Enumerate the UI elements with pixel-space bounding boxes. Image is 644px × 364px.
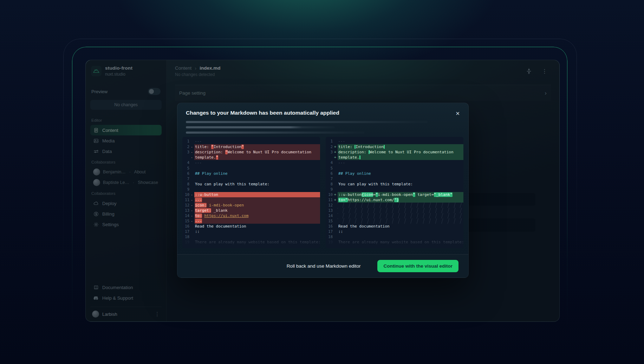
diff-marker bbox=[189, 187, 194, 192]
diff-token: :: bbox=[195, 229, 200, 234]
kebab-menu-icon[interactable]: ⋮ bbox=[542, 68, 547, 75]
diff-code-line: description: "Welcome to Nuxt UI Pro doc… bbox=[194, 149, 320, 155]
diff-row: 9 bbox=[182, 187, 320, 192]
modal-footer: Roll back and use Markdown editor Contin… bbox=[177, 254, 468, 277]
preview-toggle[interactable] bbox=[148, 88, 161, 95]
breadcrumb-section[interactable]: Content bbox=[175, 65, 191, 71]
page-setting-row[interactable]: Page setting › bbox=[175, 85, 551, 101]
diff-marker bbox=[189, 176, 194, 181]
diff-marker bbox=[189, 160, 194, 166]
project-switcher[interactable]: studio-front nuxt.studio bbox=[91, 65, 161, 77]
diff-token: description: bbox=[195, 150, 225, 154]
line-number: 15 bbox=[326, 218, 333, 224]
line-number: 9 bbox=[326, 187, 333, 192]
line-number: 5 bbox=[326, 166, 333, 171]
diff-token: target: bbox=[195, 208, 211, 213]
gear-icon bbox=[93, 222, 99, 228]
diff-code-line bbox=[338, 187, 463, 192]
diff-marker: - bbox=[189, 155, 194, 160]
diff-marker: + bbox=[333, 197, 338, 203]
diff-row: 9 bbox=[326, 187, 463, 192]
line-number: 18 bbox=[182, 234, 189, 240]
diff-token: ::u-button bbox=[338, 192, 362, 197]
line-number: 4 bbox=[326, 160, 333, 166]
commit-icon[interactable] bbox=[526, 68, 532, 75]
diff-code-line bbox=[338, 203, 463, 208]
line-number: 4 bbox=[182, 160, 189, 166]
diff-code-line: to: https://ui.nuxt.com bbox=[194, 213, 320, 218]
sidebar-item-label: Billing bbox=[102, 211, 115, 217]
sidebar-item-media[interactable]: Media bbox=[90, 135, 162, 146]
diff-row: 5 bbox=[182, 166, 320, 171]
user-avatar bbox=[92, 311, 99, 318]
no-changes-button[interactable]: No changes bbox=[90, 100, 162, 110]
diff-code-line: You can play with this template: bbox=[338, 181, 463, 187]
diff-marker: + bbox=[333, 149, 338, 155]
avatar bbox=[93, 168, 100, 175]
kebab-menu-icon[interactable]: ⋮ bbox=[155, 311, 160, 317]
toggle-knob bbox=[149, 89, 154, 94]
line-number: 19 bbox=[326, 240, 333, 245]
diff-token: ## Play online bbox=[195, 171, 228, 176]
line-number: 3 bbox=[326, 149, 333, 155]
diff-code-line: target: _blank bbox=[194, 208, 320, 213]
sidebar-item-documentation[interactable]: Documentation bbox=[90, 282, 162, 293]
diff-row: 16Read the documentation bbox=[182, 224, 320, 229]
diff-code-line: icon: i-mdi-book-open bbox=[194, 203, 320, 208]
diff-row: 18 bbox=[326, 234, 463, 240]
diff-row: 4--- bbox=[326, 160, 463, 166]
diff-row: 12-icon: i-mdi-book-open bbox=[182, 203, 320, 208]
diff-code-line: --- bbox=[194, 160, 320, 166]
section-label: Editor bbox=[91, 118, 161, 122]
sidebar-item-data[interactable]: Data bbox=[90, 146, 162, 157]
diff-code-line: --- bbox=[338, 160, 463, 166]
diff-marker: - bbox=[189, 144, 194, 149]
section-label: Collaborators bbox=[91, 160, 161, 164]
diff-token: " bbox=[413, 192, 415, 197]
diff-row: 4--- bbox=[182, 160, 320, 166]
continue-visual-editor-button[interactable]: Continue with the visual editor bbox=[377, 260, 458, 272]
diff-code-line: :: bbox=[338, 229, 463, 234]
preview-label: Preview bbox=[91, 89, 108, 94]
line-number: 13 bbox=[326, 208, 333, 213]
sidebar-item-label: Media bbox=[102, 138, 115, 143]
diff-token: to: bbox=[195, 213, 202, 218]
diff-token: You can play with this template: bbox=[195, 182, 269, 186]
breadcrumb: Content › index.md bbox=[175, 65, 221, 71]
skeleton-lines bbox=[186, 121, 460, 134]
diff-row: 7 bbox=[182, 176, 320, 181]
diff-row: 6## Play online bbox=[182, 171, 320, 176]
collaborator-item[interactable]: Baptiste Le…·Showcase bbox=[90, 177, 162, 188]
diff-code-line bbox=[338, 176, 463, 181]
diff-token: template. bbox=[195, 155, 216, 160]
diff-code-line: Read the documentation bbox=[194, 224, 320, 229]
sidebar-item-deploy[interactable]: Deploy bbox=[90, 198, 162, 209]
diff-insert-marker bbox=[384, 145, 385, 149]
user-row[interactable]: Larbish ⋮ bbox=[90, 310, 162, 318]
collaborator-name: Benjamin… bbox=[103, 170, 126, 174]
diff-marker bbox=[189, 224, 194, 229]
diff-row: 8You can play with this template: bbox=[326, 181, 463, 187]
line-number: 10 bbox=[326, 192, 333, 197]
sidebar-item-label: Settings bbox=[102, 222, 119, 227]
diff-marker bbox=[333, 139, 338, 144]
diff-token: icon: bbox=[195, 203, 207, 207]
diff-marker bbox=[189, 181, 194, 187]
diff-code-line: --- bbox=[194, 218, 320, 224]
diff-marker: - bbox=[189, 208, 194, 213]
sidebar-item-billing[interactable]: Billing bbox=[90, 209, 162, 219]
diff-marker bbox=[333, 229, 338, 234]
close-icon[interactable]: ✕ bbox=[454, 109, 461, 118]
diff-marker bbox=[333, 166, 338, 171]
diff-token: = bbox=[373, 192, 376, 197]
collaborator-item[interactable]: Benjamin…·About bbox=[90, 167, 162, 177]
sidebar-item-settings[interactable]: Settings bbox=[90, 219, 162, 230]
diff-row: 7 bbox=[326, 176, 463, 181]
diff-row: 19There are already many website based o… bbox=[326, 240, 463, 245]
sidebar-item-help-support[interactable]: Help & Support bbox=[90, 293, 162, 303]
sliders-icon bbox=[93, 148, 99, 154]
diff-token: " bbox=[211, 145, 214, 149]
sidebar-item-content[interactable]: Content bbox=[90, 125, 162, 135]
diff-marker bbox=[333, 234, 338, 240]
rollback-button[interactable]: Roll back and use Markdown editor bbox=[285, 263, 363, 269]
